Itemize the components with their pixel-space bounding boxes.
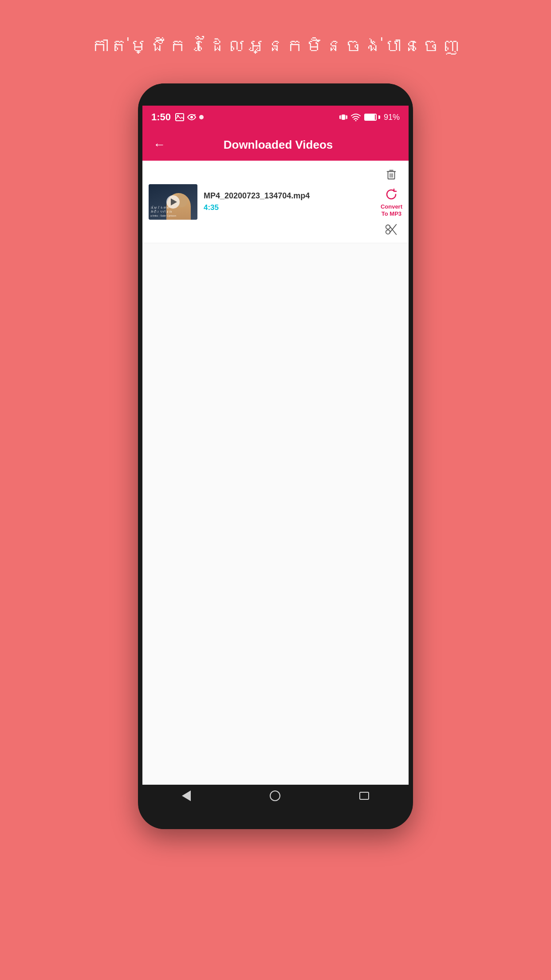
svg-point-2 bbox=[190, 116, 193, 119]
battery-icon bbox=[364, 114, 380, 121]
status-bar: 1:50 bbox=[142, 106, 409, 129]
thumbnail-caption: ១.ស្វែងយល់អំពីប្រព័ន្ធa links - Sabr Car… bbox=[150, 206, 176, 217]
video-thumbnail[interactable]: ១.ស្វែងយល់អំពីប្រព័ន្ធa links - Sabr Car… bbox=[149, 184, 197, 220]
video-list-item: ១.ស្វែងយល់អំពីប្រព័ន្ធa links - Sabr Car… bbox=[142, 161, 409, 243]
svg-point-15 bbox=[386, 225, 390, 229]
svg-line-18 bbox=[390, 225, 397, 233]
convert-icon bbox=[383, 186, 399, 202]
content-area: ១.ស្វែងយល់អំពីប្រព័ន្ធa links - Sabr Car… bbox=[142, 161, 409, 785]
phone-screen: 1:50 bbox=[142, 106, 409, 785]
battery-percent: 91% bbox=[384, 113, 400, 122]
video-info: MP4_20200723_134704.mp4 4:35 bbox=[204, 191, 374, 212]
bottom-nav bbox=[142, 785, 409, 807]
nav-back-button[interactable] bbox=[182, 790, 191, 801]
svg-line-17 bbox=[390, 226, 397, 235]
phone-bottom-curve bbox=[138, 807, 413, 829]
trash-icon bbox=[385, 167, 398, 181]
status-right: 91% bbox=[339, 113, 400, 122]
notification-dot bbox=[199, 115, 204, 119]
trim-button[interactable] bbox=[383, 221, 399, 237]
phone-top-bar bbox=[138, 83, 413, 106]
nav-recent-button[interactable] bbox=[359, 792, 369, 800]
convert-label: Convert To MP3 bbox=[381, 203, 402, 217]
accessibility-icon bbox=[187, 113, 197, 121]
svg-rect-3 bbox=[342, 115, 345, 120]
video-filename: MP4_20200723_134704.mp4 bbox=[204, 191, 374, 201]
wifi-icon bbox=[351, 113, 361, 121]
page-wrapper: កាត់ម្ជឹករំដែលអ្នកមិនចង់បានចេញ 1:50 bbox=[0, 0, 551, 980]
nav-home-button[interactable] bbox=[270, 790, 280, 801]
app-bar: ← Downloaded Videos bbox=[142, 129, 409, 161]
convert-to-mp3-button[interactable]: Convert To MP3 bbox=[381, 186, 402, 217]
scissors-icon bbox=[385, 223, 398, 236]
video-actions: Convert To MP3 bbox=[381, 166, 402, 237]
refresh-icon bbox=[384, 187, 398, 202]
khmer-title: កាត់ម្ជឹករំដែលអ្នកមិនចង់បានចេញ bbox=[91, 36, 461, 57]
image-icon bbox=[175, 113, 184, 121]
back-button[interactable]: ← bbox=[150, 134, 169, 155]
status-time: 1:50 bbox=[151, 111, 171, 123]
phone-device: 1:50 bbox=[138, 83, 413, 829]
delete-button[interactable] bbox=[383, 166, 399, 182]
vibrate-icon bbox=[339, 113, 347, 122]
status-icons bbox=[175, 113, 204, 121]
status-left: 1:50 bbox=[151, 111, 204, 123]
svg-point-8 bbox=[355, 120, 356, 122]
app-bar-title: Downloaded Videos bbox=[173, 138, 384, 152]
svg-point-16 bbox=[386, 230, 390, 234]
video-duration: 4:35 bbox=[204, 203, 374, 212]
